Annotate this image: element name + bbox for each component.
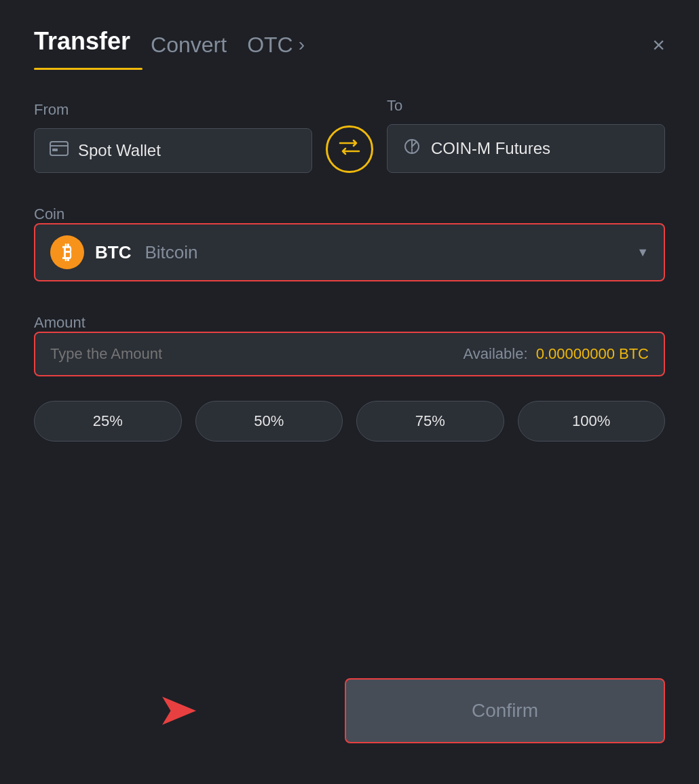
amount-section: Amount Available: 0.00000000 BTC: [34, 314, 665, 376]
wallet-icon: [50, 141, 69, 160]
to-label: To: [387, 97, 665, 115]
amount-label: Amount: [34, 314, 86, 331]
from-wallet-name: Spot Wallet: [78, 141, 161, 160]
from-label: From: [34, 101, 312, 119]
svg-marker-4: [162, 697, 196, 725]
transfer-modal: Transfer Convert OTC › × From Spot Wa: [0, 0, 699, 784]
tab-active-indicator: [34, 68, 143, 70]
red-arrow-icon: [145, 684, 213, 738]
amount-input[interactable]: [50, 345, 464, 363]
coin-section: Coin ₿ BTC Bitcoin ▼: [34, 205, 665, 281]
svg-rect-0: [50, 142, 68, 155]
svg-rect-2: [52, 149, 58, 151]
coin-fullname: Bitcoin: [145, 242, 197, 263]
coin-selector[interactable]: ₿ BTC Bitcoin ▼: [34, 223, 665, 281]
to-wallet-selector[interactable]: COIN-M Futures: [387, 124, 665, 173]
tab-convert[interactable]: Convert: [151, 33, 227, 58]
from-to-section: From Spot Wallet: [34, 97, 665, 173]
percent-75-button[interactable]: 75%: [356, 401, 504, 442]
coin-label: Coin: [34, 205, 64, 222]
close-button[interactable]: ×: [652, 34, 665, 56]
coin-symbol: BTC: [95, 242, 131, 263]
from-column: From Spot Wallet: [34, 101, 312, 173]
percent-25-button[interactable]: 25%: [34, 401, 182, 442]
arrow-indicator: [34, 684, 324, 738]
to-column: To COIN-M Futures: [387, 97, 665, 173]
swap-button[interactable]: [326, 125, 373, 173]
percent-buttons: 25% 50% 75% 100%: [34, 401, 665, 442]
chevron-down-icon: ▼: [637, 246, 649, 260]
percent-100-button[interactable]: 100%: [518, 401, 666, 442]
modal-header: Transfer Convert OTC › ×: [34, 27, 665, 62]
available-balance: Available: 0.00000000 BTC: [464, 345, 649, 363]
tab-transfer[interactable]: Transfer: [34, 27, 130, 62]
amount-box: Available: 0.00000000 BTC: [34, 332, 665, 376]
percent-50-button[interactable]: 50%: [195, 401, 343, 442]
to-wallet-name: COIN-M Futures: [431, 139, 550, 158]
btc-icon: ₿: [50, 235, 84, 269]
from-wallet-selector[interactable]: Spot Wallet: [34, 128, 312, 173]
futures-icon: [402, 137, 421, 160]
swap-icon: [337, 138, 362, 161]
confirm-section: Confirm: [34, 678, 665, 743]
available-value: 0.00000000 BTC: [536, 345, 649, 362]
tab-otc[interactable]: OTC ›: [247, 33, 305, 58]
confirm-button[interactable]: Confirm: [345, 678, 665, 743]
